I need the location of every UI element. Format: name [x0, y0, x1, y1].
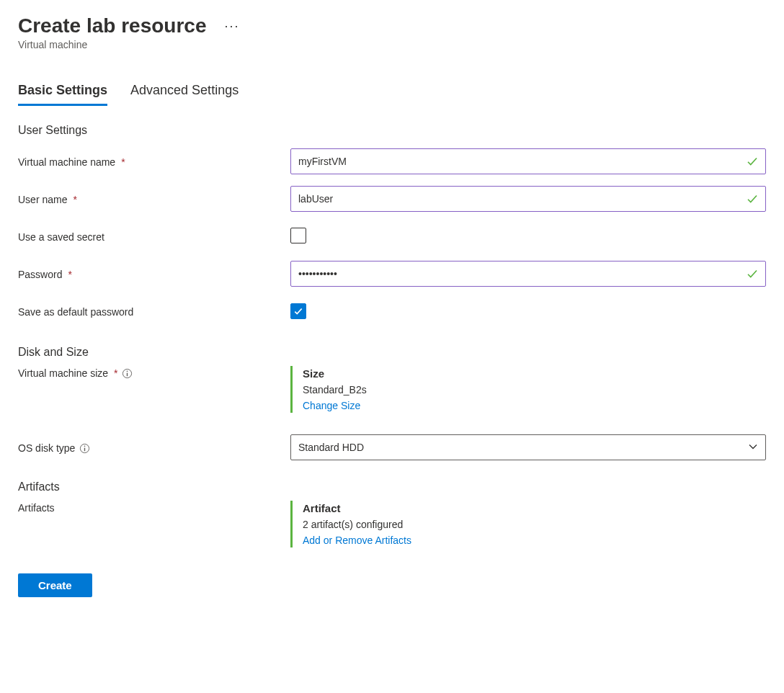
artifacts-value: 2 artifact(s) configured: [303, 519, 766, 530]
user-name-label: User name*: [18, 192, 290, 205]
section-disk-size: Disk and Size: [18, 346, 766, 359]
vm-size-value: Standard_B2s: [303, 384, 766, 395]
artifacts-title: Artifact: [303, 502, 766, 514]
section-artifacts: Artifacts: [18, 480, 766, 493]
vm-size-label: Virtual machine size*: [18, 366, 290, 379]
save-default-label: Save as default password: [18, 305, 290, 318]
add-remove-artifacts-link[interactable]: Add or Remove Artifacts: [303, 535, 766, 546]
artifacts-block: Artifact 2 artifact(s) configured Add or…: [290, 501, 766, 547]
create-button[interactable]: Create: [18, 573, 92, 597]
required-star-icon: *: [68, 269, 71, 280]
required-star-icon: *: [73, 194, 76, 205]
page-title: Create lab resource: [18, 14, 206, 37]
vm-size-title: Size: [303, 367, 766, 380]
artifacts-label: Artifacts: [18, 501, 290, 514]
save-default-checkbox[interactable]: [290, 303, 306, 319]
saved-secret-label: Use a saved secret: [18, 230, 290, 243]
info-icon[interactable]: [122, 368, 133, 379]
saved-secret-checkbox[interactable]: [290, 228, 306, 243]
tabs: Basic Settings Advanced Settings: [18, 83, 766, 107]
more-actions-icon[interactable]: ···: [224, 19, 239, 32]
change-size-link[interactable]: Change Size: [303, 400, 766, 411]
vm-name-input[interactable]: [290, 148, 766, 174]
tab-advanced-settings[interactable]: Advanced Settings: [130, 83, 239, 106]
tab-basic-settings[interactable]: Basic Settings: [18, 83, 107, 106]
os-disk-value: Standard HDD: [298, 442, 364, 453]
svg-point-2: [127, 370, 128, 372]
password-label: Password*: [18, 267, 290, 280]
required-star-icon: *: [114, 367, 117, 379]
info-icon[interactable]: [79, 443, 90, 454]
svg-point-5: [84, 445, 86, 447]
required-star-icon: *: [121, 156, 125, 168]
password-input[interactable]: [290, 261, 766, 287]
user-name-input[interactable]: [290, 186, 766, 212]
os-disk-label: OS disk type: [18, 441, 290, 454]
page-subtitle: Virtual machine: [18, 39, 766, 50]
vm-size-block: Size Standard_B2s Change Size: [290, 366, 766, 413]
section-user-settings: User Settings: [18, 124, 766, 137]
vm-name-label: Virtual machine name*: [18, 155, 290, 168]
os-disk-select[interactable]: Standard HDD: [290, 434, 766, 460]
